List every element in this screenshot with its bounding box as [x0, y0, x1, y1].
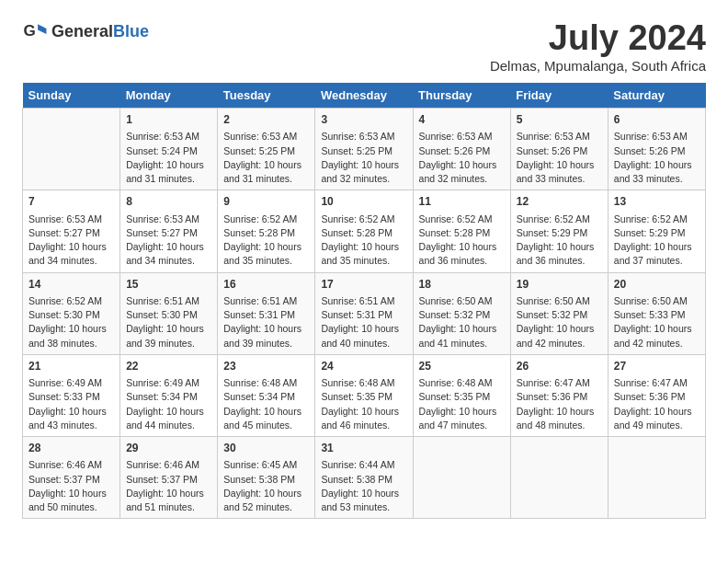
- day-info-line: Sunset: 5:24 PM: [126, 144, 211, 158]
- calendar-week-3: 14Sunrise: 6:52 AMSunset: 5:30 PMDayligh…: [23, 272, 706, 354]
- day-info-line: Sunrise: 6:49 AM: [126, 376, 211, 390]
- day-info-line: Sunset: 5:33 PM: [28, 390, 114, 404]
- day-info-line: Sunrise: 6:50 AM: [517, 294, 602, 308]
- calendar-week-2: 7Sunrise: 6:53 AMSunset: 5:27 PMDaylight…: [23, 190, 706, 272]
- logo: G GeneralBlue: [22, 18, 149, 44]
- day-info-line: Sunset: 5:32 PM: [517, 308, 602, 322]
- calendar-cell: 2Sunrise: 6:53 AMSunset: 5:25 PMDaylight…: [218, 109, 315, 190]
- day-number: 13: [614, 194, 700, 210]
- calendar-cell: 26Sunrise: 6:47 AMSunset: 5:36 PMDayligh…: [510, 354, 608, 436]
- day-number: 23: [223, 359, 309, 374]
- day-info-line: Daylight: 10 hours and 39 minutes.: [223, 322, 309, 350]
- day-info-line: Sunrise: 6:48 AM: [419, 376, 505, 390]
- calendar-cell: 3Sunrise: 6:53 AMSunset: 5:25 PMDaylight…: [315, 109, 413, 190]
- calendar-cell: 4Sunrise: 6:53 AMSunset: 5:26 PMDaylight…: [413, 109, 510, 190]
- day-info-line: Sunrise: 6:53 AM: [126, 213, 211, 226]
- calendar-cell: 17Sunrise: 6:51 AMSunset: 5:31 PMDayligh…: [315, 272, 413, 354]
- day-info-line: Sunset: 5:27 PM: [126, 226, 211, 240]
- day-info-line: Daylight: 10 hours and 38 minutes.: [28, 322, 114, 350]
- day-info-line: Sunset: 5:29 PM: [614, 226, 700, 240]
- day-info-line: Sunrise: 6:53 AM: [614, 130, 700, 144]
- calendar-cell: 6Sunrise: 6:53 AMSunset: 5:26 PMDaylight…: [608, 109, 705, 190]
- calendar-week-5: 28Sunrise: 6:46 AMSunset: 5:37 PMDayligh…: [23, 437, 706, 519]
- day-info-line: Daylight: 10 hours and 37 minutes.: [614, 240, 700, 268]
- day-info-line: Sunrise: 6:52 AM: [223, 213, 309, 226]
- day-number: 12: [517, 194, 602, 210]
- day-info-line: Daylight: 10 hours and 35 minutes.: [321, 240, 406, 268]
- day-info-line: Daylight: 10 hours and 42 minutes.: [517, 322, 602, 350]
- calendar-cell: 21Sunrise: 6:49 AMSunset: 5:33 PMDayligh…: [23, 354, 120, 436]
- day-info-line: Sunset: 5:34 PM: [126, 390, 211, 404]
- day-info-line: Daylight: 10 hours and 33 minutes.: [614, 158, 700, 186]
- day-info-line: Sunset: 5:32 PM: [419, 308, 505, 322]
- calendar-cell: 14Sunrise: 6:52 AMSunset: 5:30 PMDayligh…: [23, 272, 120, 354]
- header-day-wednesday: Wednesday: [315, 83, 413, 109]
- day-info-line: Daylight: 10 hours and 40 minutes.: [321, 322, 406, 350]
- day-info-line: Sunrise: 6:52 AM: [517, 213, 602, 226]
- day-info-line: Sunset: 5:26 PM: [517, 144, 602, 158]
- calendar-cell: [510, 437, 608, 519]
- calendar-cell: 25Sunrise: 6:48 AMSunset: 5:35 PMDayligh…: [413, 354, 510, 436]
- day-info-line: Sunset: 5:28 PM: [419, 226, 505, 240]
- day-info-line: Sunset: 5:33 PM: [614, 308, 700, 322]
- svg-text:G: G: [24, 22, 36, 40]
- day-info-line: Sunrise: 6:49 AM: [28, 376, 114, 390]
- day-info-line: Sunrise: 6:47 AM: [614, 376, 700, 390]
- calendar-cell: 15Sunrise: 6:51 AMSunset: 5:30 PMDayligh…: [120, 272, 218, 354]
- day-info-line: Daylight: 10 hours and 36 minutes.: [517, 240, 602, 268]
- day-info-line: Sunset: 5:28 PM: [321, 226, 406, 240]
- day-info-line: Sunset: 5:36 PM: [517, 390, 602, 404]
- day-info-line: Daylight: 10 hours and 41 minutes.: [419, 322, 505, 350]
- day-info-line: Sunset: 5:25 PM: [321, 144, 406, 158]
- day-info-line: Daylight: 10 hours and 33 minutes.: [517, 158, 602, 186]
- day-number: 3: [321, 112, 406, 128]
- calendar-cell: 8Sunrise: 6:53 AMSunset: 5:27 PMDaylight…: [120, 190, 218, 272]
- calendar-cell: 23Sunrise: 6:48 AMSunset: 5:34 PMDayligh…: [218, 354, 315, 436]
- day-info-line: Sunrise: 6:45 AM: [223, 458, 309, 472]
- day-number: 16: [223, 277, 309, 293]
- calendar-cell: [23, 109, 120, 190]
- calendar-cell: 7Sunrise: 6:53 AMSunset: 5:27 PMDaylight…: [23, 190, 120, 272]
- calendar-cell: 22Sunrise: 6:49 AMSunset: 5:34 PMDayligh…: [120, 354, 218, 436]
- month-title: July 2024: [490, 18, 706, 58]
- day-number: 2: [223, 112, 309, 128]
- day-info-line: Daylight: 10 hours and 39 minutes.: [126, 322, 211, 350]
- day-number: 31: [321, 441, 406, 456]
- day-info-line: Sunrise: 6:52 AM: [321, 213, 406, 226]
- day-info-line: Sunrise: 6:46 AM: [126, 458, 211, 472]
- header-day-saturday: Saturday: [608, 83, 705, 109]
- day-info-line: Sunset: 5:25 PM: [223, 144, 309, 158]
- day-number: 28: [28, 441, 114, 456]
- day-info-line: Sunrise: 6:52 AM: [28, 294, 114, 308]
- day-number: 10: [321, 194, 406, 210]
- logo-icon: G: [22, 18, 48, 44]
- calendar-week-4: 21Sunrise: 6:49 AMSunset: 5:33 PMDayligh…: [23, 354, 706, 436]
- day-info-line: Sunset: 5:31 PM: [321, 308, 406, 322]
- calendar-cell: 18Sunrise: 6:50 AMSunset: 5:32 PMDayligh…: [413, 272, 510, 354]
- calendar-cell: 24Sunrise: 6:48 AMSunset: 5:35 PMDayligh…: [315, 354, 413, 436]
- calendar-week-1: 1Sunrise: 6:53 AMSunset: 5:24 PMDaylight…: [23, 109, 706, 190]
- day-info-line: Daylight: 10 hours and 49 minutes.: [614, 405, 700, 432]
- day-info-line: Daylight: 10 hours and 35 minutes.: [223, 240, 309, 268]
- page-header: G GeneralBlue July 2024 Delmas, Mpumalan…: [22, 18, 706, 74]
- day-info-line: Sunrise: 6:51 AM: [126, 294, 211, 308]
- day-number: 29: [126, 441, 211, 456]
- day-number: 8: [126, 194, 211, 210]
- day-number: 21: [28, 359, 114, 374]
- calendar-cell: 9Sunrise: 6:52 AMSunset: 5:28 PMDaylight…: [218, 190, 315, 272]
- day-number: 6: [614, 112, 700, 128]
- calendar-cell: 20Sunrise: 6:50 AMSunset: 5:33 PMDayligh…: [608, 272, 705, 354]
- day-number: 18: [419, 277, 505, 293]
- day-number: 17: [321, 277, 406, 293]
- day-info-line: Daylight: 10 hours and 46 minutes.: [321, 405, 406, 432]
- location-title: Delmas, Mpumalanga, South Africa: [490, 58, 706, 74]
- day-number: 15: [126, 277, 211, 293]
- calendar-table: SundayMondayTuesdayWednesdayThursdayFrid…: [22, 83, 706, 519]
- day-info-line: Sunrise: 6:48 AM: [321, 376, 406, 390]
- day-info-line: Sunset: 5:26 PM: [419, 144, 505, 158]
- day-info-line: Sunset: 5:37 PM: [28, 473, 114, 487]
- day-info-line: Sunrise: 6:47 AM: [517, 376, 602, 390]
- day-info-line: Daylight: 10 hours and 50 minutes.: [28, 487, 114, 514]
- day-info-line: Sunrise: 6:53 AM: [321, 130, 406, 144]
- day-info-line: Sunset: 5:35 PM: [419, 390, 505, 404]
